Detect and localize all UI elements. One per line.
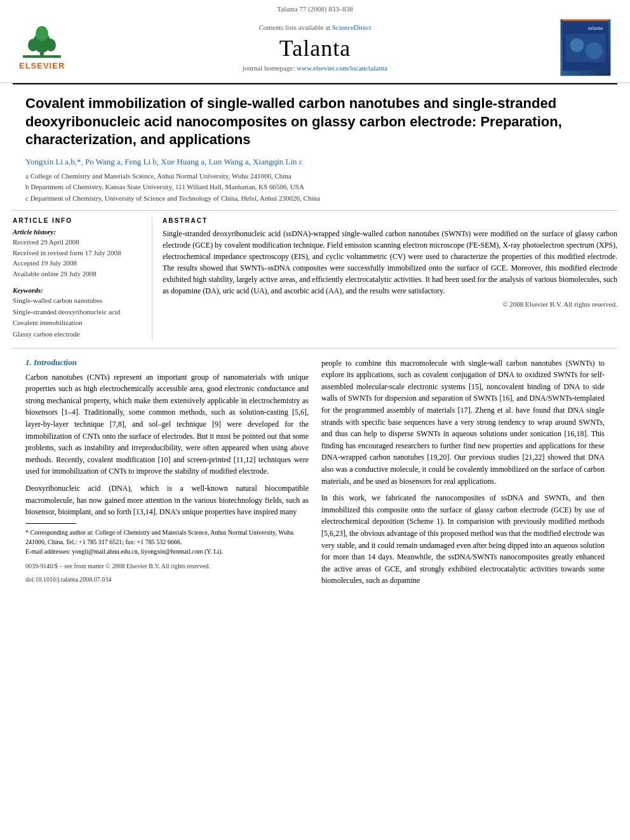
svg-point-11 xyxy=(586,43,603,60)
article-title: Covalent immobilization of single-walled… xyxy=(25,95,605,149)
cover-svg: talanta xyxy=(563,19,608,74)
journal-title: Talanta xyxy=(95,35,535,62)
elsevier-logo-area: ELSEVIER xyxy=(19,25,95,70)
elsevier-logo: ELSEVIER xyxy=(19,25,65,70)
svg-point-3 xyxy=(46,39,56,51)
abstract-text: Single-stranded deoxyribonucleic acid (s… xyxy=(163,228,617,297)
article-title-section: Covalent immobilization of single-walled… xyxy=(0,84,630,210)
accepted-date: Accepted 19 July 2008 xyxy=(13,258,144,269)
copyright: © 2008 Elsevier B.V. All rights reserved… xyxy=(163,300,617,308)
elsevier-label: ELSEVIER xyxy=(19,61,65,70)
footnote-corresponding: * Corresponding author at: College of Ch… xyxy=(25,528,309,547)
info-abstract-section: ARTICLE INFO Article history: Received 2… xyxy=(0,211,630,340)
abstract-label: ABSTRACT xyxy=(163,217,617,224)
journal-header: Talanta 77 (2008) 833–838 ELSEVIER xyxy=(0,0,630,83)
intro-section-title: 1. Introduction xyxy=(25,357,309,368)
affiliation-b: b Department of Chemistry, Kansas State … xyxy=(25,182,605,192)
elsevier-tree-icon xyxy=(23,25,61,60)
intro-body: Carbon nanotubes (CNTs) represent an imp… xyxy=(25,371,309,518)
affiliation-a: a College of Chemistry and Materials Sci… xyxy=(25,171,605,182)
intro-right-body: people to combine this macromolecule wit… xyxy=(321,357,605,587)
revised-date: Received in revised form 17 July 2008 xyxy=(13,248,144,258)
body-two-col: 1. Introduction Carbon nanotubes (CNTs) … xyxy=(25,357,605,592)
header-right: talanta xyxy=(535,19,611,76)
intro-paragraph-1: Carbon nanotubes (CNTs) represent an imp… xyxy=(25,371,309,477)
article-info-column: ARTICLE INFO Article history: Received 2… xyxy=(13,217,152,340)
header-center: Contents lists available at ScienceDirec… xyxy=(95,23,535,72)
keyword-2: Single-stranded deoxyribonucleic acid xyxy=(13,307,144,318)
intro-right-paragraph-1: people to combine this macromolecule wit… xyxy=(321,357,605,488)
footnote-email: E-mail addresses: yongli@mail.ahnu.edu.c… xyxy=(25,547,309,556)
sciencedirect-anchor[interactable]: ScienceDirect xyxy=(332,23,372,31)
footer-issn: 0039-9140/$ – see front matter © 2008 El… xyxy=(25,563,309,570)
intro-title: Introduction xyxy=(34,357,77,367)
svg-point-10 xyxy=(570,38,584,52)
svg-point-2 xyxy=(28,39,38,51)
abstract-paragraph: Single-stranded deoxyribonucleic acid (s… xyxy=(163,228,617,297)
journal-homepage: journal homepage: www.elsevier.com/locat… xyxy=(95,64,535,72)
available-date: Available online 29 July 2008 xyxy=(13,269,144,279)
keyword-3: Covalent immobilization xyxy=(13,317,144,329)
svg-text:talanta: talanta xyxy=(588,25,603,31)
history-heading: Article history: xyxy=(13,228,144,236)
keywords-block: Keywords: Single-walled carbon nanotubes… xyxy=(13,286,144,340)
keyword-4: Glassy carbon electrode xyxy=(13,329,144,340)
sciencedirect-link: Contents lists available at ScienceDirec… xyxy=(95,23,535,31)
article-info-label: ARTICLE INFO xyxy=(13,217,144,224)
body-content: 1. Introduction Carbon nanotubes (CNTs) … xyxy=(0,349,630,598)
intro-right-paragraph-2: In this work, we fabricated the nanocomp… xyxy=(321,492,605,587)
article-history: Article history: Received 29 April 2008 … xyxy=(13,228,144,279)
journal-url[interactable]: www.elsevier.com/locate/talanta xyxy=(297,64,387,72)
page: Talanta 77 (2008) 833–838 ELSEVIER xyxy=(0,0,630,840)
intro-number: 1. xyxy=(25,357,32,367)
footer-doi: doi:10.1016/j.talanta.2008.07.034 xyxy=(25,576,309,583)
body-left-column: 1. Introduction Carbon nanotubes (CNTs) … xyxy=(25,357,309,592)
svg-rect-5 xyxy=(23,55,61,58)
received-date: Received 29 April 2008 xyxy=(13,237,144,248)
journal-cover-image: talanta xyxy=(560,19,611,76)
svg-point-4 xyxy=(36,26,48,41)
keyword-1: Single-walled carbon nanotubes xyxy=(13,295,144,307)
affiliations: a College of Chemistry and Materials Sci… xyxy=(25,171,605,204)
abstract-column: ABSTRACT Single-stranded deoxyribonuclei… xyxy=(163,217,617,340)
footnote-divider xyxy=(25,523,76,524)
svg-rect-7 xyxy=(563,20,608,22)
journal-ref: Talanta 77 (2008) 833–838 xyxy=(13,5,617,13)
affiliation-c: c Department of Chemistry, University of… xyxy=(25,193,605,204)
authors: Yongxin Li a,b,*, Po Wang a, Feng Li b, … xyxy=(25,157,605,167)
intro-paragraph-2: Deoxyribonucleic acid (DNA), which is a … xyxy=(25,483,309,518)
keywords-heading: Keywords: xyxy=(13,286,144,294)
body-right-column: people to combine this macromolecule wit… xyxy=(321,357,605,592)
